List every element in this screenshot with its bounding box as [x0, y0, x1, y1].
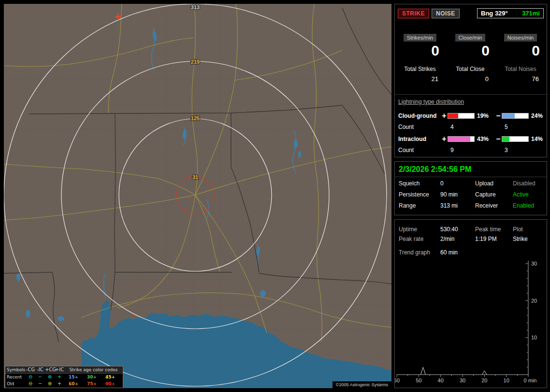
status-row-persistence: Persistence 90 min Capture Active: [395, 190, 547, 199]
bearing-distance: 371mi: [522, 10, 540, 17]
close-per-min-counter: Close/min 0: [445, 33, 495, 58]
svg-text:50: 50: [416, 378, 421, 383]
trend-graph: 1020306050403020100 min: [395, 220, 547, 388]
uptime-row: Uptime 530:40 Peak time Plot: [395, 224, 547, 234]
svg-text:20: 20: [531, 298, 537, 304]
svg-text:60: 60: [395, 378, 400, 383]
cg-negative-pct: 24%: [529, 112, 547, 119]
map-svg[interactable]: 313 219 125 31: [4, 4, 391, 388]
distribution-title: Lightning type distribution: [395, 98, 547, 107]
noises-per-min-counter: Noises/min 0: [495, 33, 546, 58]
intracloud-count-row: Count 9 3: [395, 147, 547, 154]
cloud-ground-row: Cloud-ground + 19% − 24%: [395, 112, 547, 120]
datetime-display: 2/3/2026 2:54:56 PM: [395, 162, 547, 177]
capture-label: Capture: [475, 191, 513, 198]
legend-old-row: Old ⊖ − ⊕ + 60+ 75+ 90+: [5, 380, 123, 387]
map-region[interactable]: 313 219 125 31 Symbols -CG -IC +CG +IC S…: [4, 4, 391, 388]
total-noises-label: Total Noises: [495, 66, 546, 72]
status-row-squelch: Squelch 0 Upload Disabled: [395, 179, 547, 188]
legend-old-label: Old: [5, 381, 26, 386]
trend-label: Trend graph: [399, 249, 440, 256]
legend-col-pos-ic: +IC: [55, 367, 64, 372]
copyright-notice: ©2005 Astrogenic Systems: [333, 381, 391, 388]
range-value: 313 mi: [440, 202, 475, 209]
peak-rate-value: 2/min: [440, 236, 475, 242]
trend-window-value: 60 min: [440, 249, 547, 256]
pos-cg-icon: ⊕: [45, 381, 55, 386]
total-strikes-value: 21: [395, 75, 445, 83]
total-strikes: Total Strikes 21: [395, 66, 445, 83]
legend-symbols-title: Symbols: [5, 367, 26, 372]
squelch-value: 0: [440, 180, 475, 187]
ring-label-219: 219: [191, 59, 200, 65]
noises-per-min-value: 0: [495, 43, 546, 58]
totals-row: Total Strikes 21 Total Close 0 Total Noi…: [395, 66, 547, 83]
strikes-per-min-badge: Strikes/min: [404, 34, 436, 42]
age-30: 30+: [83, 375, 101, 379]
svg-text:10: 10: [504, 378, 509, 383]
ic-positive-pct: 43%: [475, 136, 495, 142]
pos-ic-icon: +: [55, 375, 64, 379]
ic-negative-bar: [502, 136, 529, 142]
total-strikes-label: Total Strikes: [395, 66, 445, 72]
app-window: 313 219 125 31 Symbols -CG -IC +CG +IC S…: [0, 0, 550, 392]
count-label: Count: [398, 124, 441, 130]
total-close-value: 0: [445, 75, 495, 83]
count-label: Count: [398, 147, 441, 154]
receiver-value: Enabled: [513, 202, 547, 209]
ic-negative-bar-fill: [502, 137, 509, 141]
cg-positive-count: 4: [448, 124, 475, 130]
svg-text:40: 40: [438, 378, 444, 383]
upload-label: Upload: [475, 180, 513, 187]
svg-text:30: 30: [460, 378, 465, 383]
legend-col-neg-ic: -IC: [35, 367, 45, 372]
ic-positive-bar-fill: [448, 137, 470, 141]
cg-positive-bar-fill: [448, 113, 458, 118]
total-noises: Total Noises 76: [495, 66, 546, 83]
neg-ic-icon: −: [35, 381, 45, 386]
strikes-per-min-value: 0: [395, 43, 445, 58]
rate-counters: Strikes/min 0 Close/min 0 Noises/min 0: [395, 33, 547, 58]
legend-header: Symbols -CG -IC +CG +IC Strike age color…: [5, 366, 123, 374]
ring-label-313: 313: [191, 4, 200, 10]
map-legend: Symbols -CG -IC +CG +IC Strike age color…: [5, 366, 123, 388]
trend-graph-row: Trend graph 60 min: [395, 248, 547, 257]
pos-ic-icon: +: [55, 381, 64, 386]
strikes-per-min-counter: Strikes/min 0: [395, 33, 445, 58]
neg-ic-icon: −: [35, 375, 45, 379]
legend-age-title: Strike age color codes: [64, 367, 123, 372]
cg-positive-pct: 19%: [475, 112, 495, 119]
range-label: Range: [399, 202, 440, 209]
plot-label: Plot: [513, 226, 547, 233]
svg-text:30: 30: [531, 261, 537, 266]
ring-label-125: 125: [191, 115, 200, 121]
noises-per-min-badge: Noises/min: [504, 34, 537, 42]
total-close-label: Total Close: [445, 66, 495, 72]
total-noises-value: 76: [495, 75, 546, 83]
ring-label-31: 31: [192, 174, 198, 180]
age-75: 75+: [83, 381, 101, 386]
plus-sign: +: [441, 135, 448, 143]
age-15: 15+: [64, 375, 83, 379]
age-90: 90+: [101, 381, 119, 386]
ic-negative-count: 3: [502, 147, 529, 154]
minus-sign: −: [495, 135, 502, 143]
mode-toolbar: STRIKE NOISE Bng 329° 371mi: [395, 4, 547, 18]
uptime-value: 530:40: [440, 226, 475, 233]
legend-col-pos-cg: +CG: [45, 367, 55, 372]
upload-value: Disabled: [513, 180, 547, 187]
plot-value: Strike: [513, 236, 547, 242]
minus-sign: −: [495, 112, 502, 120]
persistence-label: Persistence: [399, 191, 440, 198]
peak-time-label: Peak time: [475, 226, 513, 233]
legend-recent-row: Recent ⊖ − ⊕ + 15+ 30+ 45+: [5, 374, 123, 380]
intracloud-row: Intracloud + 43% − 14%: [395, 135, 547, 143]
status-row-range: Range 313 mi Receiver Enabled: [395, 201, 547, 210]
panel-strike-stats: STRIKE NOISE Bng 329° 371mi Strikes/min …: [394, 4, 547, 157]
noise-button[interactable]: NOISE: [432, 9, 460, 18]
strike-button[interactable]: STRIKE: [398, 9, 429, 18]
bearing-label: Bng 329°: [481, 10, 508, 17]
svg-text:10: 10: [531, 335, 537, 340]
neg-cg-icon: ⊖: [26, 375, 35, 379]
ic-negative-pct: 14%: [529, 136, 547, 142]
